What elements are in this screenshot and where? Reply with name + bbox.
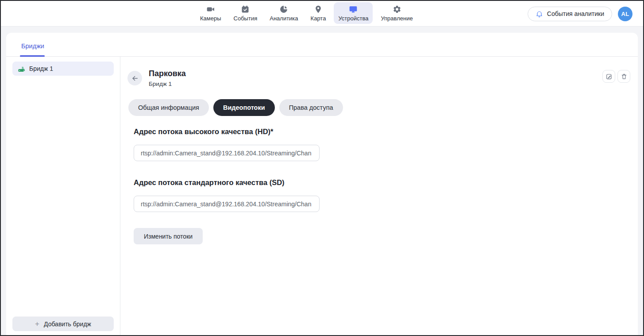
nav-item-label: Управление: [381, 15, 413, 22]
nav-item-management[interactable]: Управление: [376, 2, 417, 24]
add-bridge-label: Добавить бридж: [44, 321, 91, 328]
trash-icon: [621, 73, 628, 80]
delete-button[interactable]: [617, 70, 630, 83]
tab-bridges-label: Бриджи: [21, 42, 44, 50]
page-title: Парковка: [149, 69, 186, 78]
nav-item-map[interactable]: Карта: [306, 2, 331, 24]
main-nav: Камеры События Аналитика Карта: [196, 2, 417, 24]
nav-item-events[interactable]: События: [229, 2, 262, 24]
analytics-events-button[interactable]: События аналитики: [528, 7, 612, 21]
bridge-icon: [18, 65, 25, 73]
hd-stream-input[interactable]: [134, 145, 320, 161]
content-area: Бриджи Бридж 1 + Добавить бридж: [1, 27, 643, 335]
topbar-right: События аналитики AL: [528, 1, 632, 27]
nav-item-devices[interactable]: Устройства: [334, 2, 373, 24]
devices-panel: Бриджи Бридж 1 + Добавить бридж: [6, 33, 638, 335]
nav-item-cameras[interactable]: Камеры: [196, 2, 226, 24]
devices-icon: [349, 5, 358, 14]
header-actions: [602, 70, 630, 83]
tab-general-info[interactable]: Общая информация: [128, 99, 209, 116]
hd-stream-label: Адрес потока высокого качества (HD)*: [134, 127, 638, 136]
back-button[interactable]: [127, 71, 142, 85]
sd-stream-input[interactable]: [134, 196, 320, 212]
add-bridge-button[interactable]: + Добавить бридж: [12, 317, 114, 331]
nav-item-analytics[interactable]: Аналитика: [265, 2, 302, 24]
avatar[interactable]: AL: [618, 7, 632, 21]
sidebar-item-label: Бридж 1: [29, 65, 53, 72]
sd-stream-label: Адрес потока стандартного качества (SD): [134, 178, 638, 187]
page-subtitle: Бридж 1: [149, 81, 186, 87]
tab-bridges[interactable]: Бриджи: [20, 42, 45, 56]
analytics-events-label: События аналитики: [547, 10, 604, 17]
nav-item-label: Карта: [311, 15, 326, 22]
bridge-details: Парковка Бридж 1 Общая информация: [120, 57, 638, 335]
edit-streams-button[interactable]: Изменить потоки: [134, 228, 203, 244]
tab-video-streams[interactable]: Видеопотоки: [213, 99, 275, 116]
camera-icon: [206, 5, 215, 14]
sidebar-item-bridge-1[interactable]: Бридж 1: [12, 62, 114, 76]
bridge-tabs: Общая информация Видеопотоки Права досту…: [128, 99, 638, 116]
nav-item-label: События: [234, 15, 258, 22]
bridge-header: Парковка Бридж 1: [127, 69, 638, 87]
edit-button[interactable]: [602, 70, 615, 83]
settings-icon: [393, 5, 401, 14]
panel-tab-bar: Бриджи: [6, 33, 638, 57]
nav-item-label: Камеры: [200, 15, 221, 22]
events-icon: [241, 5, 250, 14]
app-window: Камеры События Аналитика Карта: [0, 0, 644, 336]
tab-access-rights[interactable]: Права доступа: [279, 99, 343, 116]
bell-icon: [536, 10, 543, 18]
plus-icon: +: [35, 320, 39, 328]
bridges-sidebar: Бридж 1 + Добавить бридж: [6, 57, 120, 335]
streams-form: Адрес потока высокого качества (HD)* Адр…: [134, 127, 638, 244]
title-block: Парковка Бридж 1: [149, 69, 186, 87]
top-navigation-bar: Камеры События Аналитика Карта: [1, 1, 643, 27]
map-icon: [314, 5, 323, 14]
analytics-icon: [279, 5, 288, 14]
arrow-left-icon: [131, 74, 139, 82]
nav-item-label: Аналитика: [270, 15, 298, 22]
edit-icon: [605, 73, 613, 80]
panel-body: Бридж 1 + Добавить бридж Парковка: [6, 57, 638, 335]
nav-item-label: Устройства: [338, 15, 368, 22]
